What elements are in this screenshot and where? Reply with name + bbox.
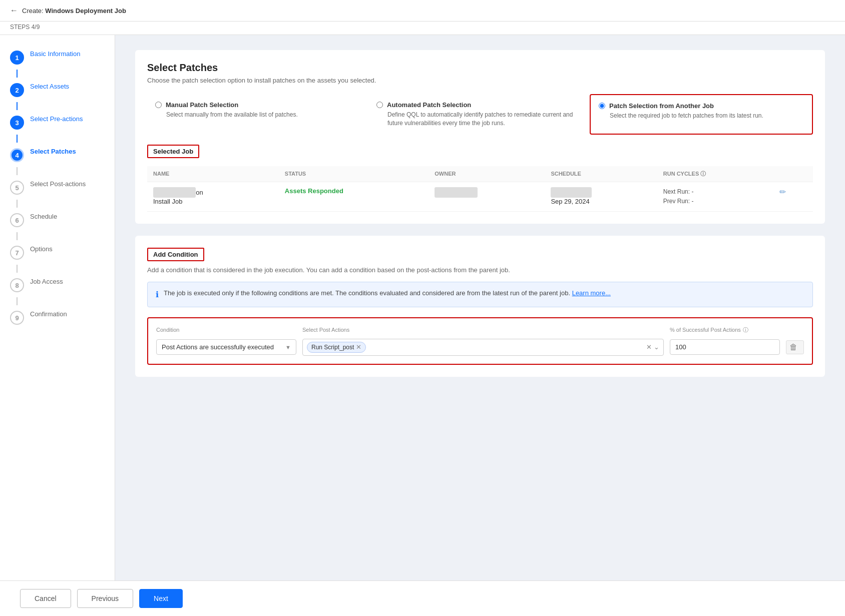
table-row: on Install Job Assets Responded (147, 182, 813, 211)
add-condition-header: Add Condition (147, 248, 204, 261)
page-header: ← Create: Windows Deployment Job (0, 0, 845, 22)
add-condition-card: Add Condition Add a condition that is co… (135, 236, 825, 377)
another-job-patch-label: Patch Selection from Another Job (609, 102, 714, 110)
connector-2 (17, 102, 18, 110)
another-job-patch-radio[interactable] (599, 103, 605, 109)
step-circle-2: 2 (10, 83, 24, 97)
header-title: Create: Windows Deployment Job (22, 7, 126, 15)
condition-dropdown[interactable]: Post Actions are successfully executed ▼ (156, 339, 296, 355)
job-name-label: Install Job (153, 198, 183, 205)
sidebar-item-select-patches[interactable]: 4 Select Patches (0, 143, 115, 167)
sidebar: 1 Basic Information 2 Select Assets 3 Se… (0, 35, 115, 580)
edit-icon[interactable]: ✏ (779, 188, 786, 196)
sidebar-item-label: Select Patches (30, 148, 76, 156)
sidebar-item-label: Schedule (30, 213, 57, 221)
run-cycles-info-icon[interactable]: ⓘ (700, 171, 706, 177)
tags-clear-icon[interactable]: ✕ (646, 343, 652, 351)
connector-4 (17, 167, 18, 175)
job-name-suffix: on (196, 189, 203, 196)
col-name: NAME (147, 166, 279, 182)
tag-remove-icon[interactable]: ✕ (356, 344, 361, 350)
back-arrow-icon[interactable]: ← (10, 6, 18, 15)
connector-3 (17, 135, 18, 143)
job-name-cell: on Install Job (147, 182, 279, 211)
job-schedule-blurred (551, 187, 592, 198)
tag-label: Run Script_post (311, 344, 354, 351)
step-circle-6: 6 (10, 213, 24, 227)
percentage-input[interactable] (670, 339, 780, 355)
condition-row: Post Actions are successfully executed ▼… (156, 339, 804, 356)
select-patches-card: Select Patches Choose the patch selectio… (135, 50, 825, 224)
job-status-badge: Assets Responded (285, 187, 343, 195)
sidebar-item-select-assets[interactable]: 2 Select Assets (0, 78, 115, 102)
manual-patch-option[interactable]: Manual Patch Selection Select manually f… (147, 94, 368, 135)
step-circle-8: 8 (10, 278, 24, 292)
job-run-cycles-cell: Next Run: - Prev Run: - (657, 182, 774, 211)
page-subtitle: Choose the patch selection option to ins… (147, 77, 813, 84)
step-circle-9: 9 (10, 311, 24, 325)
step-circle-5: 5 (10, 181, 24, 195)
sidebar-item-post-actions[interactable]: 5 Select Post-actions (0, 175, 115, 200)
sidebar-item-schedule[interactable]: 6 Schedule (0, 208, 115, 232)
condition-label: Condition (156, 327, 296, 333)
condition-row-wrapper: Condition Select Post Actions % of Succe… (147, 317, 813, 365)
job-schedule-cell: Sep 29, 2024 (545, 182, 657, 211)
condition-info-banner: ℹ The job is executed only if the follow… (147, 282, 813, 307)
percentage-label: % of Successful Post Actions (670, 327, 741, 333)
selected-job-section: Selected Job NAME STATUS OWNER SCHEDULE … (147, 145, 813, 212)
add-condition-desc: Add a condition that is considered in th… (147, 266, 813, 274)
post-actions-label: Select Post Actions (302, 327, 664, 333)
info-banner-icon: ℹ (156, 289, 159, 301)
automated-patch-option[interactable]: Automated Patch Selection Define QQL to … (368, 94, 590, 135)
col-schedule: SCHEDULE (545, 166, 657, 182)
tags-chevron-icon[interactable]: ⌄ (654, 343, 659, 351)
sidebar-item-pre-actions[interactable]: 3 Select Pre-actions (0, 110, 115, 135)
tag-run-script: Run Script_post ✕ (307, 342, 366, 353)
job-edit-cell: ✏ (773, 182, 813, 211)
main-content: Select Patches Choose the patch selectio… (115, 35, 845, 580)
job-table: NAME STATUS OWNER SCHEDULE RUN CYCLES ⓘ (147, 166, 813, 212)
col-actions (773, 166, 813, 182)
selected-job-header: Selected Job (147, 145, 199, 158)
cancel-button[interactable]: Cancel (20, 589, 71, 608)
sidebar-item-basic-info[interactable]: 1 Basic Information (0, 45, 115, 70)
condition-value: Post Actions are successfully executed (162, 343, 274, 351)
connector-5 (17, 200, 18, 208)
manual-patch-radio[interactable] (155, 102, 162, 108)
previous-button[interactable]: Previous (77, 589, 133, 608)
job-schedule-date: Sep 29, 2024 (551, 198, 589, 205)
sidebar-item-confirmation[interactable]: 9 Confirmation (0, 305, 115, 330)
tags-controls: ✕ ⌄ (646, 343, 659, 351)
automated-patch-radio[interactable] (376, 102, 383, 108)
sidebar-item-job-access[interactable]: 8 Job Access (0, 273, 115, 297)
job-owner-blurred (435, 187, 477, 198)
sidebar-item-options[interactable]: 7 Options (0, 240, 115, 265)
connector-1 (17, 70, 18, 78)
automated-patch-desc: Define QQL to automatically identify pat… (376, 111, 582, 128)
col-owner: OWNER (429, 166, 545, 182)
job-prev-run: Prev Run: - (663, 197, 768, 206)
page-title: Select Patches (147, 62, 813, 74)
patch-selection-options: Manual Patch Selection Select manually f… (147, 94, 813, 135)
condition-chevron-icon: ▼ (285, 344, 291, 350)
connector-7 (17, 265, 18, 273)
next-button[interactable]: Next (139, 589, 183, 608)
sidebar-item-label: Select Assets (30, 83, 69, 91)
learn-more-link[interactable]: Learn more... (572, 289, 611, 297)
post-actions-tags-input[interactable]: Run Script_post ✕ ✕ ⌄ (302, 339, 664, 356)
another-job-patch-desc: Select the required job to fetch patches… (599, 112, 804, 120)
sidebar-item-label: Select Post-actions (30, 180, 86, 189)
info-banner-text: The job is executed only if the followin… (164, 288, 611, 298)
percentage-info-icon[interactable]: ⓘ (743, 326, 748, 334)
delete-row-icon[interactable]: 🗑 (786, 340, 804, 354)
connector-8 (17, 297, 18, 305)
job-owner-cell (429, 182, 545, 211)
condition-row-header: Condition Select Post Actions % of Succe… (156, 326, 804, 334)
sidebar-item-label: Select Pre-actions (30, 115, 83, 124)
manual-patch-desc: Select manually from the available list … (155, 111, 360, 119)
step-circle-7: 7 (10, 246, 24, 260)
page-footer: Cancel Previous Next (0, 580, 845, 616)
automated-patch-label: Automated Patch Selection (387, 101, 471, 109)
another-job-patch-option[interactable]: Patch Selection from Another Job Select … (590, 94, 813, 135)
sidebar-item-label: Basic Information (30, 50, 80, 59)
